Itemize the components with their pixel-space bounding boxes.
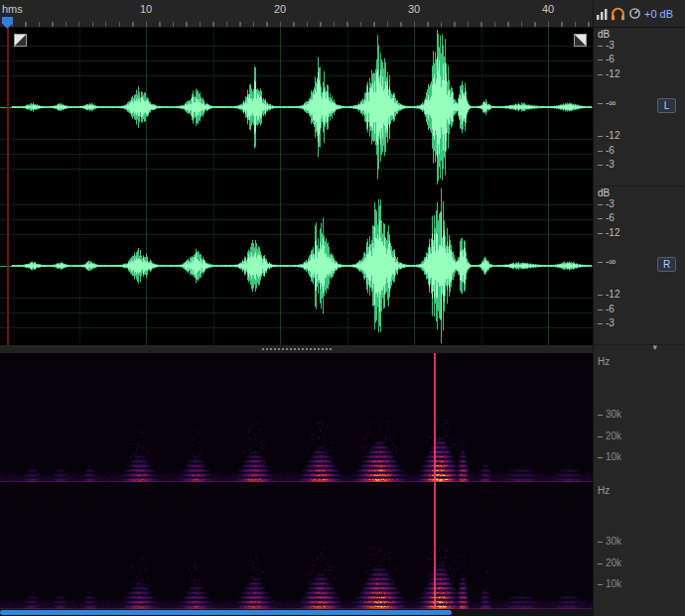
waveform-panel-right: [0, 186, 593, 345]
scale-tick-mark: [598, 542, 603, 543]
waveform-canvas-left[interactable]: [0, 28, 593, 186]
freq-scale-right: Hz30k20k10k: [594, 482, 685, 609]
fade-out-handle[interactable]: [574, 34, 587, 47]
gain-value-label[interactable]: +0 dB: [644, 8, 673, 20]
collapse-chevron-icon[interactable]: ▾: [652, 342, 657, 352]
scale-value-label: -6: [598, 55, 615, 64]
channel-button-left[interactable]: L: [657, 98, 676, 113]
editor-main-column: hms 10203040: [0, 0, 593, 616]
scale-value-label: -6: [598, 305, 615, 314]
scale-tick-mark: [598, 204, 603, 205]
scale-unit-label: Hz: [598, 357, 610, 367]
scale-tick-mark: [598, 233, 603, 234]
db-scale-right: R dB-3-6-12-∞-12-6-3: [594, 186, 685, 345]
scale-tick-mark: [598, 436, 603, 437]
scale-unit-label: Hz: [598, 486, 610, 496]
scale-value-label: -3: [598, 199, 615, 209]
scale-value-label: -3: [598, 41, 615, 51]
scale-value-label: -6: [598, 213, 615, 223]
horizontal-scrollbar[interactable]: [0, 609, 593, 616]
scale-value-label: -6: [598, 146, 615, 156]
scale-value-label: -∞: [598, 257, 616, 267]
scale-tick-mark: [598, 136, 603, 137]
scale-value-label: -12: [598, 131, 619, 141]
scale-tick-mark: [598, 103, 603, 104]
scale-tick-mark: [598, 262, 603, 263]
divider-grip-icon[interactable]: [261, 347, 333, 351]
right-scale-gutter: +0 dB L dB-3-6-12-∞-12-6-3 R dB-3-6-12-∞…: [593, 0, 685, 616]
gutter-divider: ▾: [594, 345, 685, 353]
level-meter-icon[interactable]: [597, 8, 608, 20]
scale-tick-mark: [598, 165, 603, 166]
scale-value-label: -3: [598, 160, 615, 170]
fade-in-handle[interactable]: [14, 34, 27, 47]
scale-value-label: 30k: [598, 537, 621, 547]
scale-unit-label: dB: [598, 30, 610, 40]
scale-tick-mark: [598, 218, 603, 219]
scale-tick-mark: [598, 323, 603, 324]
scale-tick-mark: [598, 295, 603, 296]
freq-scale-left: Hz30k20k10k: [594, 353, 685, 482]
scale-tick-mark: [598, 309, 603, 310]
panel-split-divider[interactable]: [0, 345, 593, 353]
monitor-toolbar: +0 dB: [594, 0, 685, 28]
scale-tick-mark: [598, 74, 603, 75]
scrollbar-thumb[interactable]: [0, 610, 452, 615]
gain-knob-icon[interactable]: [628, 7, 641, 20]
ruler-tick-label: 10: [140, 3, 152, 15]
waveform-canvas-right[interactable]: [0, 186, 593, 345]
scale-unit-label: dB: [598, 188, 610, 198]
scale-value-label: -∞: [598, 98, 616, 108]
scale-tick-mark: [598, 151, 603, 152]
scale-tick-mark: [598, 457, 603, 458]
db-scale-left: L dB-3-6-12-∞-12-6-3: [594, 28, 685, 186]
audio-editor-window: hms 10203040: [0, 0, 685, 616]
scale-value-label: -12: [598, 290, 619, 300]
spectrogram-canvas-right[interactable]: [0, 482, 593, 609]
scale-value-label: -3: [598, 318, 615, 328]
scale-tick-mark: [598, 584, 603, 585]
timeline-ruler[interactable]: hms 10203040: [0, 0, 593, 28]
ruler-tick-label: 40: [542, 3, 554, 15]
ruler-unit-label: hms: [2, 3, 23, 15]
headphones-icon[interactable]: [611, 7, 625, 21]
scale-value-label: -12: [598, 69, 619, 79]
scale-value-label: 20k: [598, 431, 621, 441]
scale-value-label: 20k: [598, 558, 621, 568]
scale-value-label: 10k: [598, 579, 621, 589]
scale-value-label: 30k: [598, 410, 621, 420]
channel-button-right[interactable]: R: [657, 257, 676, 272]
spectrogram-canvas-left[interactable]: [0, 353, 593, 482]
scale-tick-mark: [598, 60, 603, 61]
ruler-tick-marks: [12, 22, 593, 27]
waveform-panel-left: [0, 28, 593, 186]
scale-value-label: 10k: [598, 452, 621, 462]
scale-value-label: -12: [598, 228, 619, 238]
scale-tick-mark: [598, 563, 603, 564]
ruler-tick-label: 30: [408, 3, 420, 15]
spectrogram-panel-right: [0, 482, 593, 609]
ruler-tick-label: 20: [274, 3, 286, 15]
scale-tick-mark: [598, 415, 603, 416]
scale-tick-mark: [598, 46, 603, 47]
spectrogram-panel-left: [0, 353, 593, 482]
